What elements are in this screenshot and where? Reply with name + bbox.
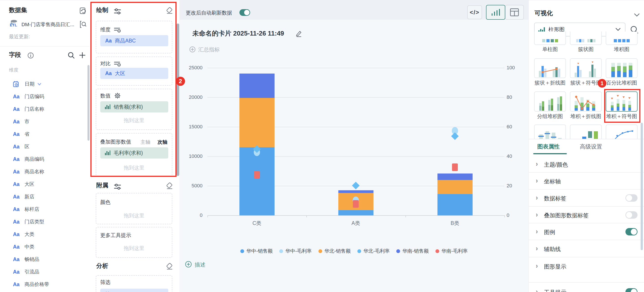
- active-tab-underline: [533, 153, 567, 154]
- field-item[interactable]: Aa区: [13, 140, 90, 153]
- add-field-icon[interactable]: [78, 51, 86, 59]
- auto-refresh-toggle[interactable]: [240, 9, 250, 16]
- tab-advanced-settings[interactable]: 高级设置: [580, 143, 602, 150]
- field-item[interactable]: Aa门店名称: [13, 103, 90, 115]
- tile-single-bar[interactable]: [534, 31, 566, 45]
- field-item[interactable]: Aa引流品: [13, 266, 90, 278]
- dataset-panel-title: 数据集: [9, 6, 27, 14]
- color-shelf[interactable]: 颜色 拖到这里: [96, 193, 172, 224]
- search-fields-icon[interactable]: [68, 52, 75, 59]
- field-item[interactable]: Aa商品名称: [13, 165, 90, 178]
- setting-label: 坐标轴: [544, 178, 561, 185]
- bar-segment-华南-销售额[interactable]: [240, 73, 274, 98]
- setting-row-坐标轴[interactable]: ›坐标轴: [529, 173, 644, 190]
- chevron-right-icon: ›: [536, 160, 538, 168]
- bar-segment-华中-销售额[interactable]: [338, 210, 374, 215]
- bar-segment-华南-销售额[interactable]: [438, 174, 472, 180]
- clear-analysis-icon[interactable]: [166, 262, 174, 270]
- field-item[interactable]: Aa中类: [13, 241, 90, 253]
- bar-segment-华南-销售额[interactable]: [338, 190, 374, 193]
- legend-item[interactable]: 华北-毛利率: [357, 248, 390, 255]
- filter-shelf[interactable]: 筛选: [96, 275, 172, 292]
- setting-row-图例[interactable]: ›图例: [529, 223, 644, 240]
- tile-cluster-symbol[interactable]: [570, 58, 602, 78]
- bar-segment-华中-销售额[interactable]: [240, 147, 274, 215]
- tile-stacked-bar[interactable]: [606, 31, 638, 45]
- field-item[interactable]: Aa标杆店: [13, 203, 90, 216]
- drop-zone[interactable]: 拖到这里: [96, 212, 172, 219]
- legend-item[interactable]: 华中-销售额: [240, 248, 272, 255]
- text-field-icon: Aa: [13, 206, 20, 212]
- bar-segment-华北-销售额[interactable]: [240, 98, 274, 148]
- setting-row-图形显示[interactable]: ›图形显示: [529, 257, 644, 283]
- legend-item[interactable]: 华中-毛利率: [279, 248, 312, 255]
- legend-item[interactable]: 华北-销售额: [318, 248, 351, 255]
- info-icon: [27, 52, 34, 59]
- left-axis-tick-label: 5000: [180, 183, 202, 189]
- drop-zone[interactable]: 拖到这里: [96, 245, 172, 252]
- setting-toggle[interactable]: [626, 194, 638, 202]
- affiliate-settings-icon[interactable]: [114, 183, 121, 190]
- field-item[interactable]: Aa省: [13, 128, 90, 140]
- tile-grouped-stacked[interactable]: [534, 91, 566, 112]
- left-axis-tick-label: 0: [180, 212, 202, 218]
- tile-cluster-line[interactable]: [534, 58, 566, 78]
- legend-dot-icon: [240, 249, 244, 253]
- symbol-square-华南-毛利率[interactable]: [353, 200, 359, 208]
- setting-toggle[interactable]: [626, 228, 638, 236]
- setting-toggle[interactable]: [626, 211, 638, 219]
- field-item[interactable]: Aa商品编码: [13, 153, 90, 165]
- field-item[interactable]: Aa大类: [13, 228, 90, 241]
- symbol-square-华南-毛利率[interactable]: [452, 163, 458, 171]
- tile-percent-stacked[interactable]: [606, 58, 638, 78]
- dataset-panel: 数据集 ETL DM-门店零售商品日汇... 最近更新: 字段 维度 日期Aa门…: [0, 0, 90, 292]
- tile-pareto[interactable]: [606, 125, 638, 139]
- setting-row-数据标签[interactable]: ›数据标签: [529, 190, 644, 207]
- left-panel-scrollbar[interactable]: [88, 65, 90, 141]
- clear-affiliate-icon[interactable]: [166, 182, 174, 190]
- field-item[interactable]: Aa门店编码: [13, 90, 90, 103]
- setting-row-辅助线[interactable]: ›辅助线: [529, 240, 644, 257]
- more-tooltip-shelf[interactable]: 更多工具提示 拖到这里: [96, 227, 172, 258]
- tile-boxplot[interactable]: [534, 125, 566, 139]
- symbol-square-华南-毛利率[interactable]: [254, 171, 260, 179]
- field-item[interactable]: Aa市: [13, 115, 90, 128]
- legend-item[interactable]: 华南-毛利率: [436, 248, 468, 255]
- chart-view-button[interactable]: [486, 5, 505, 20]
- field-item[interactable]: Aa商品价格带: [13, 278, 90, 291]
- description-label[interactable]: 描述: [195, 261, 206, 268]
- dataset-name[interactable]: DM-门店零售商品日汇...: [22, 21, 78, 28]
- setting-row-叠加图形数据标签[interactable]: ›叠加图形数据标签: [529, 207, 644, 223]
- code-view-button[interactable]: </>: [467, 5, 482, 19]
- tile-clustered-bar[interactable]: [570, 31, 602, 45]
- tile-stacked-line[interactable]: [570, 91, 602, 112]
- switch-dataset-icon[interactable]: [79, 7, 87, 15]
- add-description-icon[interactable]: [185, 261, 192, 268]
- tile-waterfall[interactable]: [570, 125, 602, 139]
- field-item[interactable]: Aa新店: [13, 191, 90, 203]
- symbol-diamond-华北-毛利率[interactable]: [451, 132, 459, 140]
- symbol-diamond-华北-毛利率[interactable]: [352, 182, 360, 189]
- bar-chart-icon: [491, 8, 500, 16]
- filter-field-pill[interactable]: [100, 289, 168, 292]
- legend-item[interactable]: 华南-销售额: [396, 248, 428, 255]
- field-item[interactable]: Aa畅销品: [13, 253, 90, 266]
- field-item[interactable]: Aa门店类型: [13, 216, 90, 228]
- collapse-panel-chevron-icon[interactable]: [634, 13, 640, 17]
- chevron-down-icon[interactable]: [34, 82, 42, 86]
- preview-dataset-icon[interactable]: [79, 20, 87, 28]
- setting-toggle[interactable]: [626, 288, 638, 292]
- setting-row-主题/颜色[interactable]: ›主题/颜色: [529, 156, 644, 173]
- field-item[interactable]: Aa大区: [13, 178, 90, 191]
- draw-panel-scrollbar[interactable]: [176, 23, 179, 176]
- bar-segment-华中-销售额[interactable]: [438, 194, 472, 215]
- tab-chart-properties[interactable]: 图表属性: [537, 143, 560, 150]
- table-view-button[interactable]: [505, 5, 524, 20]
- bar-segment-华北-销售额[interactable]: [438, 180, 472, 194]
- field-item-label: 门店名称: [24, 106, 44, 112]
- right-panel-scrollbar[interactable]: [641, 123, 643, 250]
- setting-label: 数据标签: [544, 195, 566, 202]
- setting-row-工具提示[interactable]: ›工具提示: [529, 283, 644, 292]
- annotation-badge-2: 2: [176, 77, 185, 86]
- field-item[interactable]: 日期: [13, 78, 90, 90]
